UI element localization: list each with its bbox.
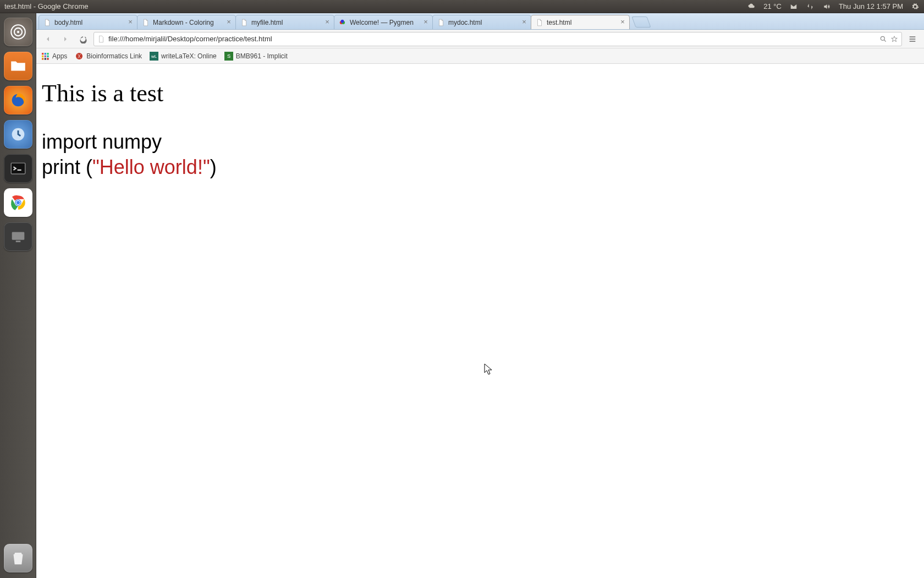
svg-rect-16 bbox=[42, 53, 43, 54]
svg-text:wL: wL bbox=[151, 54, 157, 59]
svg-text:S: S bbox=[227, 53, 230, 59]
forward-button[interactable] bbox=[58, 32, 73, 46]
weather-icon[interactable] bbox=[747, 2, 756, 11]
code-block: import numpy print ("Hello world!") bbox=[42, 129, 919, 180]
svg-rect-5 bbox=[11, 163, 25, 174]
wl-icon: wL bbox=[150, 52, 158, 61]
bookmark-bioinformatics-link[interactable]: Bioinformatics Link bbox=[75, 52, 142, 61]
browser-toolbar: file:///home/mirjalil/Desktop/corner/pra… bbox=[36, 30, 924, 48]
tab-label: test.html bbox=[547, 19, 571, 26]
svg-rect-22 bbox=[42, 58, 43, 59]
bookmark-label: BMB961 - Implicit bbox=[236, 52, 288, 60]
launcher-chrome[interactable] bbox=[4, 188, 32, 217]
mail-icon[interactable] bbox=[789, 2, 798, 11]
tab-mydoc-html[interactable]: mydoc.html× bbox=[432, 15, 531, 29]
code-token: print ( bbox=[42, 156, 92, 178]
bookmark-label: Apps bbox=[52, 52, 67, 60]
back-button[interactable] bbox=[41, 32, 55, 46]
volume-icon[interactable] bbox=[822, 2, 831, 11]
launcher-display[interactable] bbox=[4, 222, 32, 251]
new-tab-button[interactable] bbox=[631, 17, 651, 28]
tab-test-html[interactable]: test.html× bbox=[531, 15, 630, 29]
file-icon bbox=[437, 19, 445, 26]
tab-label: body.html bbox=[54, 19, 82, 26]
tab-close-icon[interactable]: × bbox=[422, 19, 429, 25]
system-gear-icon[interactable] bbox=[911, 2, 920, 11]
tab-myfile-html[interactable]: myfile.html× bbox=[235, 15, 334, 29]
launcher-trash[interactable] bbox=[4, 544, 32, 572]
tab-welcome-pygmen[interactable]: Welcome! — Pygmen× bbox=[334, 15, 433, 29]
tab-body-html[interactable]: body.html× bbox=[38, 15, 138, 29]
window-title: test.html - Google Chrome bbox=[4, 2, 88, 10]
bookmarks-bar: AppsBioinformatics LinkwLwriteLaTeX: Onl… bbox=[36, 48, 924, 64]
tab-close-icon[interactable]: × bbox=[619, 19, 626, 25]
svg-point-9 bbox=[16, 201, 19, 204]
system-indicators: 21 °C Thu Jun 12 1:57 PM bbox=[747, 2, 920, 11]
svg-rect-20 bbox=[45, 55, 46, 57]
file-icon bbox=[536, 19, 543, 26]
svg-point-2 bbox=[16, 31, 19, 33]
network-updown-icon[interactable] bbox=[806, 2, 815, 11]
bookmark-writelatex-online[interactable]: wLwriteLaTeX: Online bbox=[150, 52, 217, 61]
tabstrip: body.html×Markdown - Coloring×myfile.htm… bbox=[36, 13, 924, 30]
svg-point-14 bbox=[341, 19, 344, 23]
svg-rect-24 bbox=[47, 58, 48, 59]
tab-markdown-coloring[interactable]: Markdown - Coloring× bbox=[137, 15, 236, 29]
launcher-dash[interactable] bbox=[4, 18, 32, 46]
bio-icon bbox=[75, 52, 84, 61]
page-content: This is a test import numpy print ("Hell… bbox=[36, 64, 924, 578]
tab-close-icon[interactable]: × bbox=[127, 19, 134, 25]
file-icon bbox=[97, 35, 105, 43]
svg-rect-11 bbox=[15, 241, 20, 242]
launcher-files[interactable] bbox=[4, 52, 32, 80]
svg-rect-18 bbox=[47, 53, 48, 54]
bookmark-star-icon[interactable] bbox=[890, 35, 898, 43]
system-menubar: test.html - Google Chrome 21 °C Thu Jun … bbox=[0, 0, 924, 13]
code-token: import numpy bbox=[42, 130, 162, 153]
svg-rect-17 bbox=[45, 53, 46, 54]
clock-label: Thu Jun 12 1:57 PM bbox=[839, 2, 903, 10]
file-icon bbox=[142, 19, 150, 26]
tab-close-icon[interactable]: × bbox=[324, 19, 331, 25]
svg-rect-10 bbox=[12, 232, 24, 240]
tab-close-icon[interactable]: × bbox=[226, 19, 232, 25]
s-icon: S bbox=[224, 52, 233, 61]
bookmark-label: writeLaTeX: Online bbox=[161, 52, 217, 60]
launcher-settings[interactable] bbox=[4, 120, 32, 149]
chrome-window: body.html×Markdown - Coloring×myfile.htm… bbox=[36, 13, 924, 578]
code-token: ) bbox=[210, 156, 217, 178]
chrome-menu-button[interactable] bbox=[905, 32, 920, 46]
file-icon bbox=[43, 19, 51, 26]
apps-icon bbox=[41, 52, 50, 61]
unity-launcher bbox=[0, 13, 36, 578]
bookmark-apps[interactable]: Apps bbox=[41, 52, 67, 61]
tab-label: Welcome! — Pygmen bbox=[350, 19, 414, 26]
code-string-token: "Hello world!" bbox=[92, 156, 210, 178]
svg-rect-21 bbox=[47, 55, 48, 57]
file-icon bbox=[240, 19, 248, 26]
launcher-firefox[interactable] bbox=[4, 86, 32, 114]
tab-label: Markdown - Coloring bbox=[153, 19, 214, 26]
launcher-terminal[interactable] bbox=[4, 154, 32, 183]
reload-button[interactable] bbox=[76, 32, 90, 46]
bookmark-label: Bioinformatics Link bbox=[86, 52, 142, 60]
tab-label: myfile.html bbox=[251, 19, 283, 26]
page-heading: This is a test bbox=[42, 79, 919, 107]
zoom-icon[interactable] bbox=[879, 35, 887, 43]
url-text: file:///home/mirjalil/Desktop/corner/pra… bbox=[108, 35, 876, 43]
svg-point-15 bbox=[881, 36, 884, 40]
bookmark-bmb961-implicit[interactable]: SBMB961 - Implicit bbox=[224, 52, 288, 61]
svg-rect-19 bbox=[42, 55, 43, 57]
tab-close-icon[interactable]: × bbox=[521, 19, 527, 25]
tab-label: mydoc.html bbox=[448, 19, 482, 26]
svg-rect-23 bbox=[45, 58, 46, 59]
temperature-label: 21 °C bbox=[763, 2, 782, 10]
address-bar[interactable]: file:///home/mirjalil/Desktop/corner/pra… bbox=[94, 32, 902, 46]
pygments-icon bbox=[339, 19, 346, 26]
